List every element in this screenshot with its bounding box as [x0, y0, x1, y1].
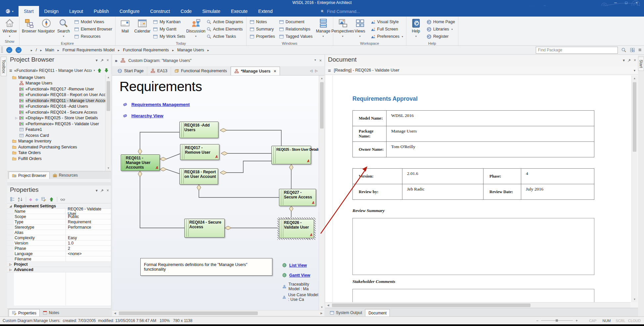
scroll-thumb[interactable] — [332, 303, 530, 307]
scroll-left-icon[interactable]: ◀ — [325, 302, 331, 308]
chevron-down-icon[interactable]: ▾ — [314, 58, 316, 63]
up-arrow-icon[interactable] — [49, 197, 54, 202]
ribbon-tab-construct[interactable]: Construct — [145, 6, 175, 17]
diagram-tab-start-page[interactable]: Start Page — [114, 67, 147, 75]
close-button[interactable]: × — [631, 0, 642, 6]
property-row[interactable]: TypeRequirement — [7, 219, 111, 225]
ribbon-item-preferences[interactable]: Preferences▾ — [371, 33, 403, 40]
scroll-up-icon[interactable]: ▲ — [319, 76, 325, 81]
breadcrumb-item[interactable]: Functional Requirements — [123, 48, 169, 52]
chevron-down-icon[interactable]: ▾ — [634, 69, 635, 72]
diagram-canvas[interactable]: Requirements Requirements ManagementHier… — [112, 76, 319, 310]
breadcrumb-item[interactable]: / — [36, 48, 37, 52]
ribbon-item-libraries[interactable]: Libraries▾ — [427, 26, 455, 32]
property-row[interactable]: Filename — [7, 256, 111, 262]
ribbon-button-views[interactable]: Views▾ — [351, 17, 369, 40]
diagram-link-gantt-view[interactable]: Gantt View — [282, 273, 310, 278]
section-project[interactable]: ▷Project — [7, 262, 111, 267]
tab-properties[interactable]: Properties — [9, 309, 40, 316]
tree-item[interactable]: «Functional» REQ011 - Manage User Accour — [7, 98, 111, 104]
section-advanced[interactable]: ▷Advanced — [7, 267, 111, 272]
scroll-thumb[interactable] — [107, 81, 110, 111]
tree-item[interactable]: Feature1 — [7, 127, 111, 133]
edit-icon[interactable] — [41, 197, 46, 202]
zoom-in-icon[interactable]: + — [575, 318, 578, 323]
hamburger-menu-icon[interactable]: ≡ — [328, 68, 331, 73]
ribbon-item-full-screen[interactable]: Full Screen — [371, 26, 403, 32]
tree-item[interactable]: Take Orders — [7, 150, 111, 156]
move-down-icon[interactable] — [104, 68, 109, 73]
ribbon-button-perspectives[interactable]: Perspectives▾ — [334, 17, 351, 40]
scroll-up-icon[interactable]: ▲ — [106, 75, 111, 80]
diagram-link-requirements-management[interactable]: Requirements Management — [122, 102, 190, 107]
start-side-tab[interactable]: Start — [638, 57, 644, 71]
requirement-req026[interactable]: REQ026 - Validate UserA — [279, 219, 314, 238]
close-icon[interactable]: × — [319, 58, 322, 63]
tree-item[interactable]: Manage Users — [7, 75, 111, 81]
requirement-req018[interactable]: REQ018 - Report on User Account — [179, 168, 218, 185]
scroll-thumb[interactable] — [633, 82, 636, 152]
scroll-left-icon[interactable]: ◀ — [112, 310, 118, 316]
ribbon-item-visual-style[interactable]: Visual Style — [371, 19, 403, 25]
preview-glasses-icon[interactable] — [60, 197, 65, 202]
minimize-button[interactable]: ─ — [610, 0, 621, 6]
close-icon[interactable]: × — [107, 188, 109, 193]
ribbon-tab-simulate[interactable]: Simulate — [197, 6, 225, 17]
ribbon-tab-extend[interactable]: Extend — [253, 6, 278, 17]
scroll-up-icon[interactable]: ▲ — [632, 76, 637, 81]
requirement-req011[interactable]: REQ011 - Manage User AccountsA — [121, 154, 160, 171]
layout-icon[interactable] — [630, 47, 635, 53]
ribbon-tab-design[interactable]: Design — [39, 6, 64, 17]
move-up-icon[interactable] — [97, 68, 102, 73]
ribbon-tab-configure[interactable]: Configure — [114, 6, 145, 17]
ribbon-item-document[interactable]: Document — [279, 19, 313, 25]
tab-scroll-right-icon[interactable]: ▷ — [315, 69, 318, 73]
pin-icon[interactable] — [100, 189, 104, 193]
tree-item[interactable]: Fulfill Orders — [7, 156, 111, 162]
ribbon-tab-code[interactable]: Code — [175, 6, 197, 17]
hamburger-menu-icon[interactable]: ≡ — [9, 68, 12, 73]
model-link[interactable]: Traceability Model : Ma — [283, 282, 319, 291]
close-icon[interactable]: × — [634, 58, 636, 63]
tree-item[interactable]: Manage Inventory — [7, 138, 111, 144]
property-row[interactable]: Alias — [7, 230, 111, 235]
scroll-thumb[interactable] — [320, 82, 324, 129]
zoom-out-icon[interactable]: − — [536, 318, 538, 323]
expander-icon[interactable]: ▷ — [15, 116, 19, 120]
ribbon-tab-execute[interactable]: Execute — [226, 6, 253, 17]
requirement-req025[interactable]: REQ025 - Store User DetailsA — [271, 146, 311, 164]
tree-item[interactable]: ▷«Display» REQ025 - Store User Details — [7, 115, 111, 121]
ribbon-item-summary[interactable]: Summary — [250, 26, 275, 32]
requirement-req024[interactable]: REQ024 - Secure Access — [184, 219, 225, 238]
categorized-view-icon[interactable] — [10, 197, 15, 202]
ribbon-tab-start[interactable]: Start — [19, 6, 39, 17]
scroll-down-icon[interactable]: ▼ — [106, 165, 111, 171]
model-link[interactable]: Use Case Model : Use Ca — [283, 293, 319, 302]
diagram-hscrollbar[interactable]: ◀ ▶ — [112, 310, 324, 316]
ribbon-tab-publish[interactable]: Publish — [88, 6, 114, 17]
property-row[interactable]: Phase2 — [7, 246, 111, 251]
stereotype-icon[interactable]: ◆ — [29, 197, 32, 202]
sort-az-icon[interactable] — [18, 197, 23, 202]
ribbon-item-properties[interactable]: Properties — [250, 33, 275, 40]
find-command[interactable]: Find Command... — [320, 6, 360, 17]
tab-resources[interactable]: Resources — [50, 172, 81, 179]
toolbox-tab[interactable]: Toolbox — [1, 57, 7, 76]
property-row[interactable]: Version1.0 — [7, 241, 111, 246]
tree-scrollbar[interactable]: ▲ ▼ — [105, 75, 111, 171]
chevron-down-icon[interactable]: ▾ — [96, 58, 98, 63]
review-summary-box[interactable] — [352, 218, 594, 275]
scroll-down-icon[interactable]: ▼ — [319, 304, 325, 310]
property-value[interactable]: Easy — [66, 236, 77, 240]
diagram-vscrollbar[interactable]: ▲ ▼ — [319, 76, 324, 310]
element-selector[interactable]: «Functional» REQ011 - Manage User Accou — [14, 68, 92, 73]
ribbon-item-resources[interactable]: Resources — [74, 33, 112, 40]
property-value[interactable]: 2 — [66, 246, 70, 251]
ribbon-item-my-gantt[interactable]: My Gantt — [153, 26, 185, 32]
back-button[interactable]: ← — [6, 47, 12, 53]
zoom-control[interactable]: − + — [536, 318, 578, 323]
diagram-tab-functional-requirements[interactable]: Functional Requirements — [171, 67, 231, 75]
scroll-down-icon[interactable]: ▼ — [632, 297, 637, 302]
property-value[interactable]: Requirement — [66, 220, 91, 224]
pin-icon[interactable] — [100, 58, 104, 63]
